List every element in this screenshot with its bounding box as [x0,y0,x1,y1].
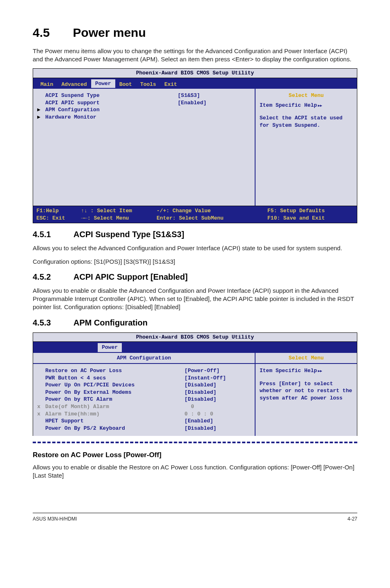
row-label: APM Configuration [43,106,175,114]
row-label: Power On by RTC Alarm [43,396,182,403]
row-value: [Disabled] [182,382,251,389]
footer-right: 4-27 [347,516,357,522]
row-value: 0 [182,403,251,411]
bios-left-pane: ACPI Suspend Type[S1&S3] ACPI APIC suppo… [33,89,255,206]
bios2-menubar: Power [33,342,357,353]
row-value: 0 : 0 : 0 [182,411,251,418]
bios-row: ▶Hardware Monitor [35,114,251,121]
bios2-item-specific-help-body: Press [Enter] to select whether or not t… [260,380,353,402]
row-value: [Disabled] [182,425,251,432]
row-arrow: ▶ [35,106,43,114]
row-arrow [35,389,43,396]
row-value [175,114,251,121]
row-label: Hardware Monitor [43,114,175,121]
row-label: Power On By PS/2 Keyboard [43,425,182,432]
bios2-right-heading: Select Menu [255,353,357,364]
row-arrow [35,99,43,107]
row-arrow: x [35,411,43,418]
bios-menu-boot: Boot [115,81,136,88]
row-label: Power On By External Modems [43,389,182,396]
row-value: [Instant-Off] [182,375,251,382]
row-arrow [35,417,43,425]
row-value: [Power-Off] [182,367,251,375]
sub-451-heading: 4.5.1 ACPI Suspend Type [S1&S3] [33,229,357,240]
row-arrow [35,425,43,432]
row-value: [Enabled] [175,99,251,107]
bios-footer-col3: F5: Setup Defaults F10: Save and Exit [267,207,354,222]
footer-left: ASUS M3N-H/HDMI [33,516,77,522]
row-label: ACPI APIC support [43,99,175,107]
row-arrow [35,367,43,375]
sub-451-body1: Allows you to select the Advanced Config… [33,244,357,252]
bios-apm-config: Phoenix-Award BIOS CMOS Setup Utility Po… [33,332,357,436]
bios-item-specific-help-label: Item Specific Help [260,102,353,109]
sub-453-title: APM Configuration [74,318,148,327]
sub-453-number: 4.5.3 [33,317,72,328]
bios2-left-pane: Restore on AC Power Loss[Power-Off] PWR … [33,364,255,436]
bios-menu-exit: Exit [160,81,181,88]
row-label: Restore on AC Power Loss [43,367,182,375]
bios-row: PWR Button < 4 secs[Instant-Off] [35,375,251,382]
section-title-text: Power menu [73,26,146,39]
intro-paragraph: The Power menu items allow you to change… [33,47,357,64]
row-value [175,106,251,114]
row-value: [Disabled] [182,396,251,403]
bios-row: Power Up On PCI/PCIE Devices[Disabled] [35,382,251,389]
restore-body: Allows you to enable or disable the Rest… [33,463,357,480]
bios-row: ▶APM Configuration [35,106,251,114]
sub-452-title: ACPI APIC Support [Enabled] [74,272,188,281]
bios2-menu-power: Power [98,343,122,352]
bios-row: ACPI Suspend Type[S1&S3] [35,92,251,99]
bios-right-pane: Select Menu Item Specific Help Select th… [255,89,357,206]
bios-item-specific-help-body: Select the ACPI state used for System Su… [260,114,353,129]
row-arrow: x [35,403,43,411]
sub-452-heading: 4.5.2 ACPI APIC Support [Enabled] [33,272,357,283]
bios-body: ACPI Suspend Type[S1&S3] ACPI APIC suppo… [33,89,357,206]
bios2-right-pane: Item Specific Help Press [Enter] to sele… [255,364,357,436]
row-value: [Disabled] [182,389,251,396]
bios-menu-power: Power [91,79,115,88]
bios-row: HPET Support[Enabled] [35,417,251,425]
bios-row: xAlarm Time(hh:mm)0 : 0 : 0 [35,411,251,418]
bios-row: Restore on AC Power Loss[Power-Off] [35,367,251,375]
row-label: Power Up On PCI/PCIE Devices [43,382,182,389]
sub-451-body2: Configuration options: [S1(POS)] [S3(STR… [33,258,357,266]
row-arrow [35,375,43,382]
bios-menu-advanced: Advanced [57,81,91,88]
row-arrow [35,396,43,403]
bios-menu-main: Main [36,81,57,88]
row-label: PWR Button < 4 secs [43,375,182,382]
bios2-item-specific-help-label: Item Specific Help [260,367,353,375]
row-label: Alarm Time(hh:mm) [43,411,182,418]
section-number: 4.5 [33,25,69,41]
page-footer: ASUS M3N-H/HDMI 4-27 [33,513,357,522]
sub-451-title: ACPI Suspend Type [S1&S3] [74,230,184,239]
section-heading: 4.5 Power menu [33,25,357,41]
row-arrow [35,382,43,389]
sub-453-heading: 4.5.3 APM Configuration [33,317,357,328]
bios2-cut-line [33,442,357,445]
row-label: ACPI Suspend Type [43,92,175,99]
row-value: [S1&S3] [175,92,251,99]
bios2-titlebar: Phoenix-Award BIOS CMOS Setup Utility [33,333,357,342]
sub-452-number: 4.5.2 [33,272,72,283]
bios2-header-row: APM Configuration Select Menu [33,353,357,364]
row-label: Date(of Month) Alarm [43,403,182,411]
bios-row: Power On by RTC Alarm[Disabled] [35,396,251,403]
row-arrow: ▶ [35,114,43,121]
bios-titlebar: Phoenix-Award BIOS CMOS Setup Utility [33,69,357,78]
row-arrow [35,92,43,99]
bios2-body: Restore on AC Power Loss[Power-Off] PWR … [33,364,357,436]
sub-451-number: 4.5.1 [33,229,72,240]
bios-footer-col1: F1:Help ↑↓ : Select Item ESC: Exit →←: S… [36,207,132,222]
row-label: HPET Support [43,417,182,425]
bios-row: ACPI APIC support[Enabled] [35,99,251,107]
sub-452-body: Allows you to enable or disable the Adva… [33,287,357,312]
bios-menubar: MainAdvancedPowerBootToolsExit [33,78,357,89]
bios-footer-col2: -/+: Change Value Enter: Select SubMenu [157,207,243,222]
row-value: [Enabled] [182,417,251,425]
bios-right-heading: Select Menu [260,92,353,99]
bios-row: Power On By PS/2 Keyboard[Disabled] [35,425,251,432]
bios-footer: F1:Help ↑↓ : Select Item ESC: Exit →←: S… [33,206,357,223]
bios-power-menu: Phoenix-Award BIOS CMOS Setup Utility Ma… [33,68,357,223]
